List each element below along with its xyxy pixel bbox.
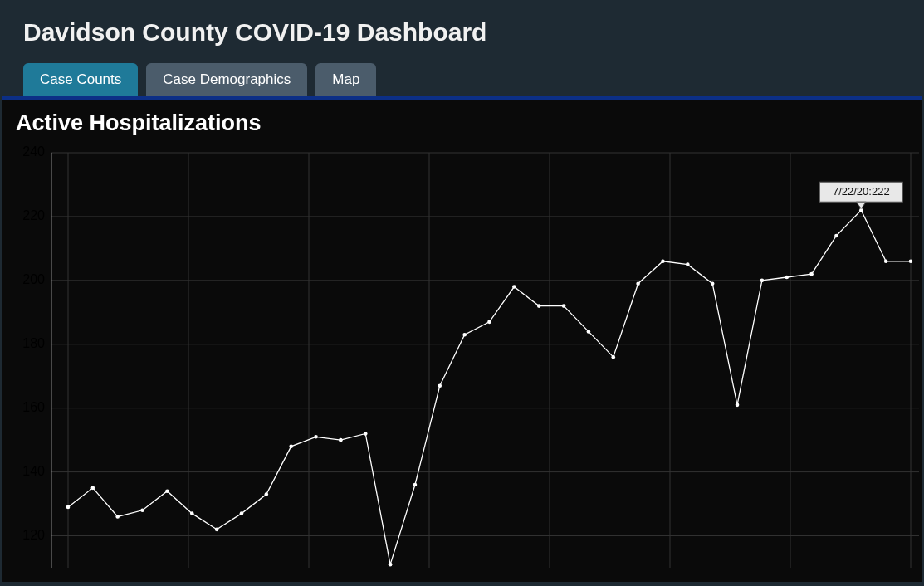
data-point[interactable] — [462, 333, 467, 337]
data-point[interactable] — [909, 259, 913, 263]
data-point[interactable] — [809, 272, 814, 276]
y-tick-label: 220 — [22, 208, 45, 222]
data-point[interactable] — [834, 234, 838, 238]
data-point[interactable] — [91, 486, 95, 491]
data-point[interactable] — [587, 330, 591, 334]
y-tick-label: 200 — [22, 272, 45, 286]
tab-map[interactable]: Map — [315, 63, 376, 96]
tooltip: 7/22/20:222 — [819, 182, 902, 208]
data-point[interactable] — [661, 259, 665, 263]
y-tick-label: 180 — [22, 336, 45, 350]
series-line — [68, 210, 911, 564]
y-tick-label: 140 — [22, 464, 45, 478]
data-point[interactable] — [736, 403, 740, 408]
y-tick-label: 160 — [22, 400, 45, 414]
chart-panel: Active Hospitalizations 1201401601802002… — [2, 100, 922, 582]
data-point[interactable] — [140, 508, 144, 512]
data-point[interactable] — [785, 276, 789, 280]
data-point[interactable] — [314, 435, 318, 439]
chart-title: Active Hospitalizations — [16, 110, 918, 136]
data-point[interactable] — [240, 511, 244, 515]
tooltip-text: 7/22/20:222 — [833, 185, 890, 198]
data-point[interactable] — [413, 483, 418, 487]
data-point[interactable] — [115, 515, 120, 519]
data-point[interactable] — [66, 505, 71, 510]
tab-case-demographics[interactable]: Case Demographics — [146, 63, 307, 96]
y-tick-label: 240 — [22, 144, 45, 159]
data-point[interactable] — [438, 383, 442, 388]
data-point[interactable] — [364, 432, 368, 436]
data-point[interactable] — [537, 304, 541, 308]
tab-content-panel: Active Hospitalizations 1201401601802002… — [2, 96, 922, 582]
data-point[interactable] — [760, 279, 765, 283]
data-point[interactable] — [611, 355, 615, 359]
data-point[interactable] — [339, 438, 343, 442]
data-point[interactable] — [289, 445, 293, 449]
data-point[interactable] — [190, 511, 194, 515]
dashboard-page: Davidson County COVID-19 Dashboard Case … — [0, 0, 924, 586]
data-point[interactable] — [389, 563, 393, 567]
chart-svg: 1201401601802002202407/22/20:222 — [14, 144, 919, 576]
tab-case-counts[interactable]: Case Counts — [23, 63, 138, 96]
data-point[interactable] — [562, 304, 566, 308]
data-point[interactable] — [487, 320, 491, 325]
svg-marker-17 — [856, 202, 866, 208]
data-point[interactable] — [165, 489, 169, 493]
dashboard-header: Davidson County COVID-19 Dashboard Case … — [0, 0, 924, 96]
data-point[interactable] — [215, 528, 219, 532]
y-tick-label: 120 — [22, 528, 45, 542]
tab-bar: Case Counts Case Demographics Map — [23, 63, 901, 96]
data-point[interactable] — [686, 262, 690, 266]
data-point[interactable] — [636, 281, 640, 286]
data-point[interactable] — [711, 281, 715, 286]
page-title: Davidson County COVID-19 Dashboard — [23, 18, 901, 46]
data-point[interactable] — [512, 285, 516, 289]
data-point[interactable] — [884, 259, 888, 263]
data-point[interactable] — [265, 492, 269, 496]
